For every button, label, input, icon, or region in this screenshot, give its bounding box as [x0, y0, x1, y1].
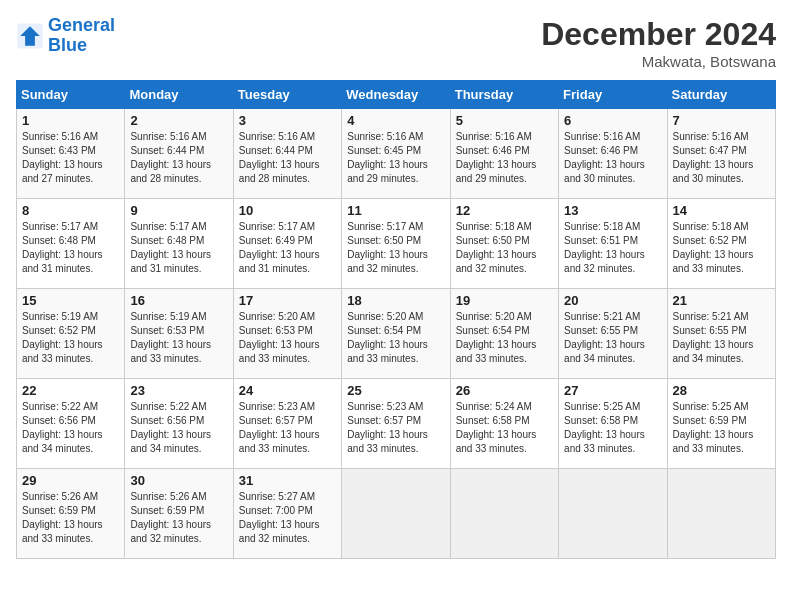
cell-details: Sunrise: 5:22 AMSunset: 6:56 PMDaylight:… [130, 400, 227, 456]
cell-details: Sunrise: 5:22 AMSunset: 6:56 PMDaylight:… [22, 400, 119, 456]
col-header-friday: Friday [559, 81, 667, 109]
cell-details: Sunrise: 5:21 AMSunset: 6:55 PMDaylight:… [564, 310, 661, 366]
cell-details: Sunrise: 5:16 AMSunset: 6:44 PMDaylight:… [130, 130, 227, 186]
cell-details: Sunrise: 5:18 AMSunset: 6:52 PMDaylight:… [673, 220, 770, 276]
calendar-cell: 4Sunrise: 5:16 AMSunset: 6:45 PMDaylight… [342, 109, 450, 199]
title-block: December 2024 Makwata, Botswana [541, 16, 776, 70]
cell-details: Sunrise: 5:27 AMSunset: 7:00 PMDaylight:… [239, 490, 336, 546]
cell-details: Sunrise: 5:24 AMSunset: 6:58 PMDaylight:… [456, 400, 553, 456]
cell-details: Sunrise: 5:19 AMSunset: 6:53 PMDaylight:… [130, 310, 227, 366]
day-number: 14 [673, 203, 770, 218]
calendar-cell: 6Sunrise: 5:16 AMSunset: 6:46 PMDaylight… [559, 109, 667, 199]
day-number: 25 [347, 383, 444, 398]
cell-details: Sunrise: 5:18 AMSunset: 6:50 PMDaylight:… [456, 220, 553, 276]
day-number: 4 [347, 113, 444, 128]
day-number: 11 [347, 203, 444, 218]
cell-details: Sunrise: 5:26 AMSunset: 6:59 PMDaylight:… [130, 490, 227, 546]
cell-details: Sunrise: 5:16 AMSunset: 6:43 PMDaylight:… [22, 130, 119, 186]
day-number: 18 [347, 293, 444, 308]
calendar-cell: 25Sunrise: 5:23 AMSunset: 6:57 PMDayligh… [342, 379, 450, 469]
col-header-wednesday: Wednesday [342, 81, 450, 109]
cell-details: Sunrise: 5:17 AMSunset: 6:48 PMDaylight:… [130, 220, 227, 276]
cell-details: Sunrise: 5:20 AMSunset: 6:54 PMDaylight:… [347, 310, 444, 366]
day-number: 13 [564, 203, 661, 218]
day-number: 24 [239, 383, 336, 398]
calendar-cell: 26Sunrise: 5:24 AMSunset: 6:58 PMDayligh… [450, 379, 558, 469]
calendar-cell: 13Sunrise: 5:18 AMSunset: 6:51 PMDayligh… [559, 199, 667, 289]
calendar-cell: 22Sunrise: 5:22 AMSunset: 6:56 PMDayligh… [17, 379, 125, 469]
cell-details: Sunrise: 5:16 AMSunset: 6:45 PMDaylight:… [347, 130, 444, 186]
day-number: 12 [456, 203, 553, 218]
calendar-cell: 3Sunrise: 5:16 AMSunset: 6:44 PMDaylight… [233, 109, 341, 199]
day-number: 28 [673, 383, 770, 398]
calendar-cell [342, 469, 450, 559]
cell-details: Sunrise: 5:23 AMSunset: 6:57 PMDaylight:… [239, 400, 336, 456]
month-title: December 2024 [541, 16, 776, 53]
day-number: 21 [673, 293, 770, 308]
day-number: 6 [564, 113, 661, 128]
calendar-cell [667, 469, 775, 559]
col-header-tuesday: Tuesday [233, 81, 341, 109]
col-header-sunday: Sunday [17, 81, 125, 109]
day-number: 2 [130, 113, 227, 128]
week-row-3: 15Sunrise: 5:19 AMSunset: 6:52 PMDayligh… [17, 289, 776, 379]
page-header: General Blue December 2024 Makwata, Bots… [16, 16, 776, 70]
calendar-cell: 15Sunrise: 5:19 AMSunset: 6:52 PMDayligh… [17, 289, 125, 379]
calendar-cell: 21Sunrise: 5:21 AMSunset: 6:55 PMDayligh… [667, 289, 775, 379]
cell-details: Sunrise: 5:20 AMSunset: 6:54 PMDaylight:… [456, 310, 553, 366]
cell-details: Sunrise: 5:25 AMSunset: 6:58 PMDaylight:… [564, 400, 661, 456]
cell-details: Sunrise: 5:16 AMSunset: 6:46 PMDaylight:… [564, 130, 661, 186]
cell-details: Sunrise: 5:16 AMSunset: 6:47 PMDaylight:… [673, 130, 770, 186]
logo-icon [16, 22, 44, 50]
calendar-cell: 23Sunrise: 5:22 AMSunset: 6:56 PMDayligh… [125, 379, 233, 469]
day-number: 10 [239, 203, 336, 218]
calendar-cell: 17Sunrise: 5:20 AMSunset: 6:53 PMDayligh… [233, 289, 341, 379]
calendar-cell: 1Sunrise: 5:16 AMSunset: 6:43 PMDaylight… [17, 109, 125, 199]
calendar-cell: 19Sunrise: 5:20 AMSunset: 6:54 PMDayligh… [450, 289, 558, 379]
location: Makwata, Botswana [541, 53, 776, 70]
calendar-cell: 18Sunrise: 5:20 AMSunset: 6:54 PMDayligh… [342, 289, 450, 379]
cell-details: Sunrise: 5:17 AMSunset: 6:48 PMDaylight:… [22, 220, 119, 276]
calendar-cell: 7Sunrise: 5:16 AMSunset: 6:47 PMDaylight… [667, 109, 775, 199]
col-header-thursday: Thursday [450, 81, 558, 109]
cell-details: Sunrise: 5:18 AMSunset: 6:51 PMDaylight:… [564, 220, 661, 276]
day-number: 9 [130, 203, 227, 218]
week-row-4: 22Sunrise: 5:22 AMSunset: 6:56 PMDayligh… [17, 379, 776, 469]
day-number: 16 [130, 293, 227, 308]
col-header-monday: Monday [125, 81, 233, 109]
day-number: 26 [456, 383, 553, 398]
calendar-cell: 16Sunrise: 5:19 AMSunset: 6:53 PMDayligh… [125, 289, 233, 379]
calendar-cell: 11Sunrise: 5:17 AMSunset: 6:50 PMDayligh… [342, 199, 450, 289]
calendar-cell: 30Sunrise: 5:26 AMSunset: 6:59 PMDayligh… [125, 469, 233, 559]
calendar-body: 1Sunrise: 5:16 AMSunset: 6:43 PMDaylight… [17, 109, 776, 559]
day-number: 17 [239, 293, 336, 308]
calendar-cell: 12Sunrise: 5:18 AMSunset: 6:50 PMDayligh… [450, 199, 558, 289]
calendar-cell: 27Sunrise: 5:25 AMSunset: 6:58 PMDayligh… [559, 379, 667, 469]
calendar-header-row: SundayMondayTuesdayWednesdayThursdayFrid… [17, 81, 776, 109]
week-row-5: 29Sunrise: 5:26 AMSunset: 6:59 PMDayligh… [17, 469, 776, 559]
calendar-cell: 20Sunrise: 5:21 AMSunset: 6:55 PMDayligh… [559, 289, 667, 379]
logo: General Blue [16, 16, 115, 56]
day-number: 3 [239, 113, 336, 128]
calendar-cell: 24Sunrise: 5:23 AMSunset: 6:57 PMDayligh… [233, 379, 341, 469]
day-number: 30 [130, 473, 227, 488]
cell-details: Sunrise: 5:21 AMSunset: 6:55 PMDaylight:… [673, 310, 770, 366]
day-number: 5 [456, 113, 553, 128]
calendar-cell: 9Sunrise: 5:17 AMSunset: 6:48 PMDaylight… [125, 199, 233, 289]
day-number: 27 [564, 383, 661, 398]
cell-details: Sunrise: 5:17 AMSunset: 6:49 PMDaylight:… [239, 220, 336, 276]
week-row-1: 1Sunrise: 5:16 AMSunset: 6:43 PMDaylight… [17, 109, 776, 199]
calendar-cell: 14Sunrise: 5:18 AMSunset: 6:52 PMDayligh… [667, 199, 775, 289]
calendar-cell: 10Sunrise: 5:17 AMSunset: 6:49 PMDayligh… [233, 199, 341, 289]
cell-details: Sunrise: 5:23 AMSunset: 6:57 PMDaylight:… [347, 400, 444, 456]
calendar-cell: 31Sunrise: 5:27 AMSunset: 7:00 PMDayligh… [233, 469, 341, 559]
day-number: 15 [22, 293, 119, 308]
day-number: 22 [22, 383, 119, 398]
col-header-saturday: Saturday [667, 81, 775, 109]
day-number: 20 [564, 293, 661, 308]
day-number: 31 [239, 473, 336, 488]
cell-details: Sunrise: 5:19 AMSunset: 6:52 PMDaylight:… [22, 310, 119, 366]
cell-details: Sunrise: 5:17 AMSunset: 6:50 PMDaylight:… [347, 220, 444, 276]
calendar-cell: 2Sunrise: 5:16 AMSunset: 6:44 PMDaylight… [125, 109, 233, 199]
day-number: 29 [22, 473, 119, 488]
